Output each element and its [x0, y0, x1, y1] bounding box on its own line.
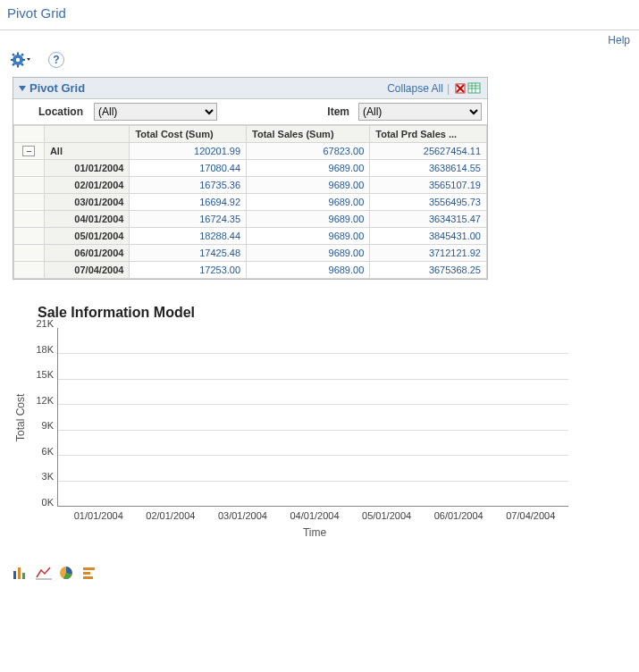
chart-title: Sale Information Model	[38, 305, 626, 321]
col-header[interactable]: Total Cost (Sum)	[130, 126, 247, 143]
table-row: 07/04/200417253.009689.003675368.25	[14, 262, 487, 279]
y-axis-label: Total Cost	[13, 328, 29, 507]
pivot-cell[interactable]: 9689.00	[247, 160, 370, 177]
collapse-all-link[interactable]: Collapse All	[387, 82, 443, 95]
page-title: Pivot Grid	[0, 0, 639, 30]
pivot-cell[interactable]: 17253.00	[130, 262, 247, 279]
pivot-cell[interactable]: 16724.35	[130, 211, 247, 228]
table-row: 05/01/200418288.449689.003845431.00	[14, 228, 487, 245]
col-header[interactable]: Total Sales (Sum)	[247, 126, 370, 143]
row-date[interactable]: 04/01/2004	[44, 211, 129, 228]
pivot-cell[interactable]: 16694.92	[130, 194, 247, 211]
pivot-cell[interactable]: 9689.00	[247, 211, 370, 228]
table-row: 01/01/200417080.449689.003638614.55	[14, 160, 487, 177]
pivot-cell[interactable]: 9689.00	[247, 177, 370, 194]
table-row: 03/01/200416694.929689.003556495.73	[14, 194, 487, 211]
row-date[interactable]: 02/01/2004	[44, 177, 129, 194]
row-date[interactable]: 01/01/2004	[44, 160, 129, 177]
chart-area: Sale Information Model Total Cost 21K18K…	[13, 305, 626, 539]
svg-rect-4	[11, 59, 13, 61]
svg-rect-5	[22, 59, 25, 61]
row-date[interactable]: 05/01/2004	[44, 228, 129, 245]
delete-pivot-icon[interactable]	[453, 82, 467, 95]
x-tick-label: 05/01/2004	[350, 510, 423, 521]
x-tick-label: 04/01/2004	[279, 510, 351, 521]
x-tick-label: 06/01/2004	[423, 510, 495, 521]
y-axis-ticks: 21K18K15K12K9K6K3K0K	[29, 328, 57, 507]
location-filter-select[interactable]: (All)	[94, 103, 217, 121]
page-toolbar: ?	[0, 48, 639, 77]
pivot-cell[interactable]: 3712121.92	[370, 245, 487, 262]
table-row: 04/01/200416724.359689.003634315.47	[14, 211, 487, 228]
pivot-table: Total Cost (Sum) Total Sales (Sum) Total…	[13, 125, 487, 279]
pivot-cell[interactable]: 9689.00	[247, 262, 370, 279]
pivot-cell[interactable]: 17080.44	[130, 160, 247, 177]
pivot-grid-panel: Pivot Grid Collapse All | Location (All)…	[13, 77, 488, 280]
pivot-cell[interactable]: 3638614.55	[370, 160, 487, 177]
svg-rect-2	[17, 53, 19, 55]
bar-chart-icon[interactable]	[13, 566, 29, 580]
pivot-cell[interactable]: 120201.99	[130, 143, 247, 160]
x-tick-label: 07/04/2004	[494, 510, 567, 521]
x-tick-label: 02/01/2004	[135, 510, 207, 521]
x-axis-label: Time	[59, 526, 570, 539]
collapse-row-button[interactable]: −	[22, 146, 35, 156]
grid-layout-icon[interactable]	[467, 82, 482, 95]
pivot-cell[interactable]: 16735.36	[130, 177, 247, 194]
svg-rect-3	[17, 65, 19, 68]
item-filter-select[interactable]: (All)	[358, 103, 482, 121]
pivot-grid-title[interactable]: Pivot Grid	[19, 81, 387, 95]
row-date[interactable]: 07/04/2004	[44, 262, 129, 279]
line-chart-icon[interactable]	[36, 566, 52, 580]
x-axis-ticks: 01/01/200402/01/200403/01/200404/01/2004…	[59, 510, 570, 521]
x-tick-label: 03/01/2004	[206, 510, 279, 521]
chart-type-toolbar	[13, 566, 626, 580]
location-filter-label: Location	[19, 105, 88, 118]
svg-rect-24	[83, 572, 90, 575]
svg-rect-23	[83, 567, 95, 570]
svg-point-1	[16, 58, 20, 62]
help-circle-icon[interactable]: ?	[48, 52, 64, 68]
chart-plot	[57, 328, 568, 507]
x-tick-label: 01/01/2004	[63, 510, 135, 521]
svg-rect-18	[13, 571, 16, 579]
pivot-cell[interactable]: 25627454.11	[370, 143, 487, 160]
pie-chart-icon[interactable]	[59, 566, 75, 580]
pivot-cell[interactable]: 18288.44	[130, 228, 247, 245]
pivot-cell[interactable]: 67823.00	[247, 143, 370, 160]
col-header[interactable]: Total Prd Sales ...	[370, 126, 487, 143]
help-link[interactable]: Help	[0, 30, 639, 48]
pivot-cell[interactable]: 3634315.47	[370, 211, 487, 228]
svg-rect-25	[83, 576, 93, 579]
pivot-cell[interactable]: 3565107.19	[370, 177, 487, 194]
gear-icon[interactable]	[11, 52, 32, 68]
svg-rect-19	[18, 567, 21, 579]
pivot-cell[interactable]: 9689.00	[247, 245, 370, 262]
row-date[interactable]: 03/01/2004	[44, 194, 129, 211]
pivot-cell[interactable]: 9689.00	[247, 228, 370, 245]
svg-rect-20	[22, 573, 25, 579]
item-filter-label: Item	[321, 105, 353, 118]
pivot-cell[interactable]: 3556495.73	[370, 194, 487, 211]
pivot-cell[interactable]: 3675368.25	[370, 262, 487, 279]
pivot-cell[interactable]: 17425.48	[130, 245, 247, 262]
pivot-cell[interactable]: 3845431.00	[370, 228, 487, 245]
all-row-label[interactable]: All	[44, 143, 129, 160]
table-row: 02/01/200416735.369689.003565107.19	[14, 177, 487, 194]
filter-row: Location (All) Item (All)	[13, 99, 487, 125]
chevron-down-icon	[19, 86, 26, 91]
hbar-chart-icon[interactable]	[82, 566, 98, 580]
pivot-cell[interactable]: 9689.00	[247, 194, 370, 211]
table-row: 06/01/200417425.489689.003712121.92	[14, 245, 487, 262]
row-date[interactable]: 06/01/2004	[44, 245, 129, 262]
